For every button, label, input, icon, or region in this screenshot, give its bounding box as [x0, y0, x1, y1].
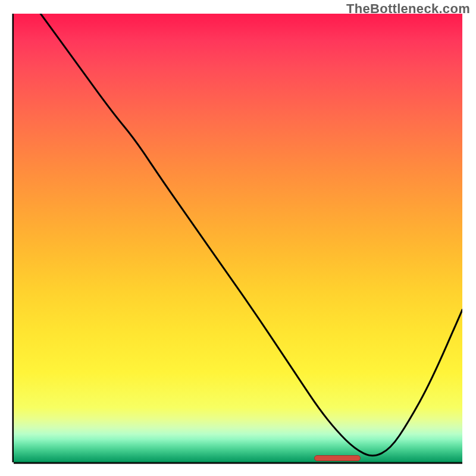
- plot-area: [14, 14, 462, 462]
- chart-container: TheBottleneck.com: [0, 0, 476, 476]
- curve-layer: [14, 14, 462, 462]
- bottleneck-curve: [40, 14, 462, 456]
- optimal-range-marker: [314, 455, 360, 461]
